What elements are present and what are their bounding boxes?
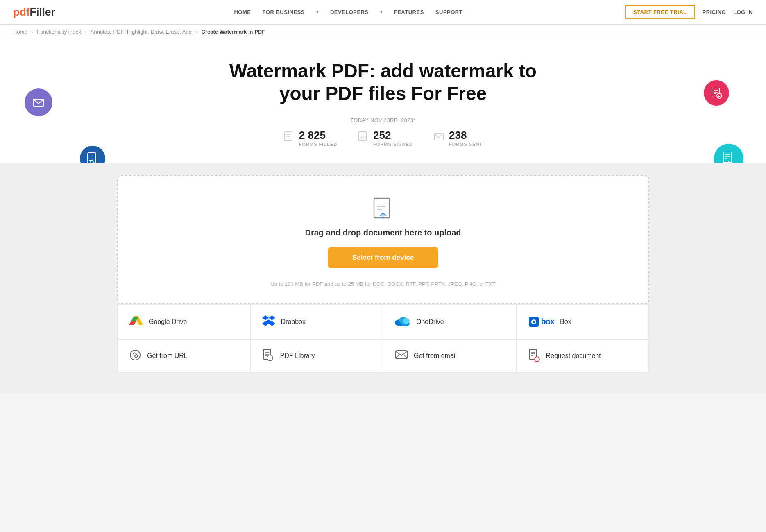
box-label: Box xyxy=(560,318,571,326)
breadcrumb-current: Create Watermark in PDF xyxy=(202,29,265,35)
url-icon xyxy=(129,349,141,363)
nav-developers[interactable]: DEVELOPERS xyxy=(330,9,369,15)
hero-section: + Watermark PDF: add watermark to your P… xyxy=(0,39,766,163)
upload-note: Up to 100 MB for PDF and up to 25 MB for… xyxy=(130,281,636,287)
svg-text:+: + xyxy=(718,94,720,99)
logo[interactable]: pdfFiller xyxy=(13,6,55,18)
google-drive-label: Google Drive xyxy=(149,318,187,326)
dropbox-icon xyxy=(262,314,275,330)
nav-support[interactable]: SUPPORT xyxy=(435,9,462,15)
stat-forms-filled: 2 825 FORMS FILLED xyxy=(283,129,337,147)
email-source-icon xyxy=(395,350,408,362)
email-source-label: Get from email xyxy=(414,352,457,360)
source-pdf-library[interactable]: PDF Library xyxy=(250,339,383,373)
svg-line-53 xyxy=(404,355,407,358)
pricing-link[interactable]: PRICING xyxy=(703,9,726,15)
hero-stats: 2 825 FORMS FILLED 252 FORMS SIGNED xyxy=(8,129,758,147)
source-box[interactable]: box Box xyxy=(516,304,649,339)
forms-filled-label: FORMS FILLED xyxy=(299,142,337,147)
login-link[interactable]: LOG IN xyxy=(733,9,753,15)
dropbox-label: Dropbox xyxy=(281,318,306,326)
navbar: pdfFiller HOME FOR BUSINESS▾ DEVELOPERS▾… xyxy=(0,0,766,25)
forms-sent-num: 238 xyxy=(449,129,483,142)
stat-forms-sent: 238 FORMS SENT xyxy=(433,129,483,147)
source-url[interactable]: Get from URL xyxy=(117,339,250,373)
forms-signed-label: FORMS SIGNED xyxy=(373,142,413,147)
forms-filled-num: 2 825 xyxy=(299,129,337,142)
stat-forms-signed: 252 FORMS SIGNED xyxy=(358,129,413,147)
request-doc-label: Request document xyxy=(546,352,601,360)
nav-features[interactable]: FEATURES xyxy=(394,9,424,15)
breadcrumb-annotate[interactable]: Annotate PDF: Highlight, Draw, Erase, Ad… xyxy=(91,29,192,35)
source-email[interactable]: Get from email xyxy=(383,339,516,373)
svg-rect-11 xyxy=(723,152,732,163)
breadcrumb-home[interactable]: Home xyxy=(13,29,27,35)
hero-date: TODAY NOV 23RD, 2023* xyxy=(8,117,758,123)
svg-point-60 xyxy=(537,360,537,361)
upload-section: Drag and drop document here to upload Se… xyxy=(0,163,766,381)
request-doc-icon xyxy=(528,349,540,363)
forms-signed-num: 252 xyxy=(373,129,413,142)
logo-filler: Filler xyxy=(29,6,55,18)
url-label: Get from URL xyxy=(147,352,188,360)
circle-pink-icon: + xyxy=(704,80,729,106)
onedrive-icon xyxy=(395,315,410,328)
google-drive-icon xyxy=(129,315,143,329)
onedrive-label: OneDrive xyxy=(416,318,444,326)
source-dropbox[interactable]: Dropbox xyxy=(250,304,383,339)
svg-marker-29 xyxy=(129,321,136,325)
logo-pdf: pdf xyxy=(13,6,29,18)
svg-rect-51 xyxy=(396,351,407,359)
svg-point-41 xyxy=(533,321,535,323)
svg-line-52 xyxy=(396,355,399,358)
upload-icon xyxy=(130,197,636,225)
pdf-library-label: PDF Library xyxy=(280,352,315,360)
start-free-trial-button[interactable]: START FREE TRIAL xyxy=(625,5,695,19)
upload-drop-zone[interactable]: Drag and drop document here to upload Se… xyxy=(117,175,649,304)
hero-title: Watermark PDF: add watermark to your PDF… xyxy=(219,60,547,105)
svg-rect-22 xyxy=(374,198,390,218)
select-from-device-button[interactable]: Select from device xyxy=(328,247,438,268)
breadcrumb-functionality[interactable]: Functionality index xyxy=(37,29,81,35)
circle-doc-icon xyxy=(80,146,105,163)
source-grid: Google Drive Dropbox xyxy=(117,304,649,373)
svg-marker-30 xyxy=(262,315,269,320)
box-icon: box xyxy=(528,316,555,328)
upload-wrapper: Drag and drop document here to upload Se… xyxy=(0,163,766,394)
nav-links: HOME FOR BUSINESS▾ DEVELOPERS▾ FEATURES … xyxy=(72,9,625,15)
forms-sent-label: FORMS SENT xyxy=(449,142,483,147)
source-request-doc[interactable]: Request document xyxy=(516,339,649,373)
forms-signed-icon xyxy=(358,131,369,145)
circle-email-icon xyxy=(25,88,52,116)
forms-filled-icon xyxy=(283,131,295,145)
svg-marker-31 xyxy=(269,315,275,320)
nav-business[interactable]: FOR BUSINESS xyxy=(262,9,305,15)
source-onedrive[interactable]: OneDrive xyxy=(383,304,516,339)
drag-drop-text: Drag and drop document here to upload xyxy=(130,228,636,238)
pdf-library-icon xyxy=(262,349,274,363)
svg-point-38 xyxy=(403,318,410,324)
breadcrumb: Home › Functionality index › Annotate PD… xyxy=(0,25,766,39)
forms-sent-icon xyxy=(433,131,445,145)
source-google-drive[interactable]: Google Drive xyxy=(117,304,250,339)
nav-right: START FREE TRIAL PRICING LOG IN xyxy=(625,5,753,19)
nav-home[interactable]: HOME xyxy=(234,9,251,15)
